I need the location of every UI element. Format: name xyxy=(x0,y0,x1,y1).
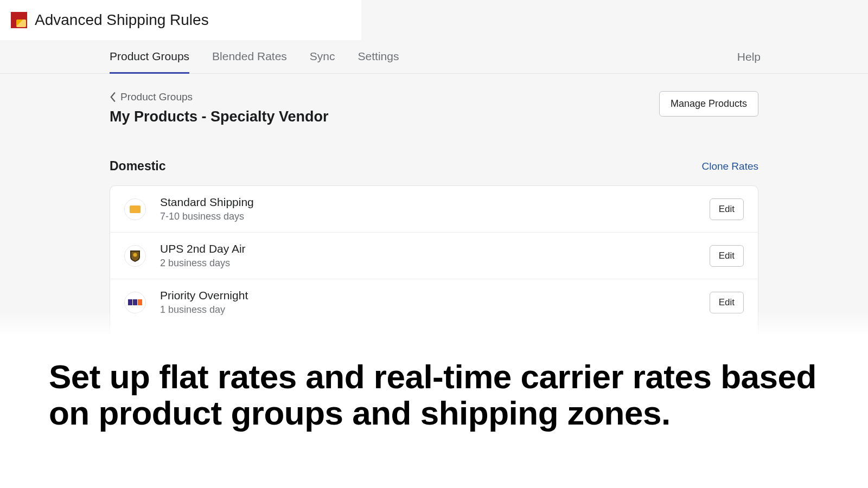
promo-band: Set up flat rates and real-time carrier … xyxy=(0,336,868,488)
breadcrumb-label: Product Groups xyxy=(120,91,193,103)
promo-headline: Set up flat rates and real-time carrier … xyxy=(49,359,819,432)
breadcrumb-back[interactable]: Product Groups xyxy=(110,91,329,103)
clone-rates-link[interactable]: Clone Rates xyxy=(701,160,758,172)
edit-rate-button[interactable]: Edit xyxy=(710,198,744,220)
rate-sub: 7-10 business days xyxy=(160,211,710,222)
svg-point-0 xyxy=(133,253,137,256)
carrier-fedex-icon xyxy=(124,292,146,313)
page-content: Product Groups My Products - Specialty V… xyxy=(0,74,868,373)
rate-name: Standard Shipping xyxy=(160,196,710,209)
rate-sub: 2 business days xyxy=(160,258,710,269)
rate-row: Standard Shipping 7-10 business days Edi… xyxy=(110,186,758,232)
rate-sub: 1 business day xyxy=(160,304,710,316)
tab-bar: Product Groups Blended Rates Sync Settin… xyxy=(0,40,868,74)
app-logo-icon xyxy=(11,12,27,28)
app-title: Advanced Shipping Rules xyxy=(35,11,209,29)
carrier-generic-icon xyxy=(124,198,146,220)
rate-row: Priority Overnight 1 business day Edit xyxy=(110,279,758,325)
rate-row: UPS 2nd Day Air 2 business days Edit xyxy=(110,232,758,279)
app-header: Advanced Shipping Rules xyxy=(0,0,361,40)
edit-rate-button[interactable]: Edit xyxy=(710,245,744,267)
tab-settings[interactable]: Settings xyxy=(358,40,399,74)
manage-products-button[interactable]: Manage Products xyxy=(659,91,758,117)
rate-name: UPS 2nd Day Air xyxy=(160,242,710,255)
chevron-left-icon xyxy=(110,92,116,102)
carrier-ups-icon xyxy=(124,245,146,267)
tab-blended-rates[interactable]: Blended Rates xyxy=(212,40,287,74)
tab-sync[interactable]: Sync xyxy=(310,40,335,74)
help-link[interactable]: Help xyxy=(737,40,761,74)
tab-product-groups[interactable]: Product Groups xyxy=(110,40,189,74)
rate-name: Priority Overnight xyxy=(160,289,710,302)
page-title: My Products - Specialty Vendor xyxy=(110,108,329,125)
section-title: Domestic xyxy=(110,159,166,174)
page-head: Product Groups My Products - Specialty V… xyxy=(110,91,758,125)
edit-rate-button[interactable]: Edit xyxy=(710,292,744,313)
